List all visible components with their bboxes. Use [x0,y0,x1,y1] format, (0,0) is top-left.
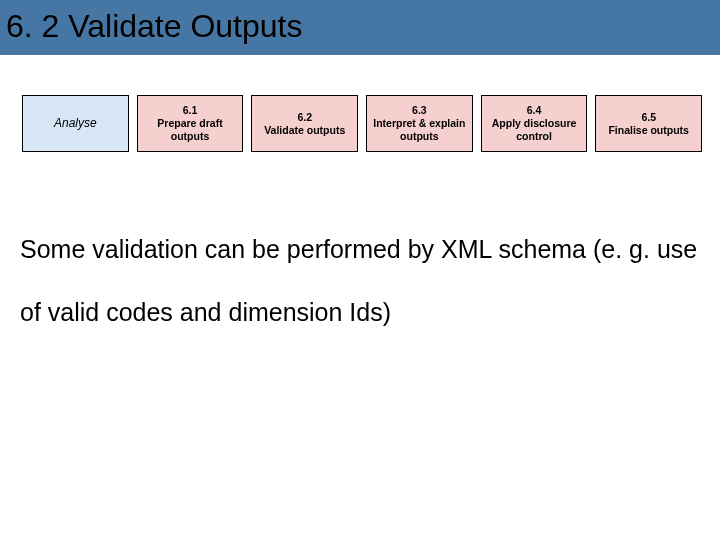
process-flow: Analyse 6.1 Prepare draft outputs 6.2 Va… [0,55,720,152]
flow-step-label: Interpret & explain outputs [371,117,468,143]
flow-box-step-4: 6.4 Apply disclosure control [481,95,588,152]
flow-step-number: 6.4 [486,104,583,117]
flow-step-label: Apply disclosure control [486,117,583,143]
flow-box-step-5: 6.5 Finalise outputs [595,95,702,152]
body-paragraph: Some validation can be performed by XML … [0,152,720,343]
flow-step-number: 6.3 [371,104,468,117]
flow-step-label: Prepare draft outputs [142,117,239,143]
flow-box-analyse: Analyse [22,95,129,152]
flow-step-number: 6.1 [142,104,239,117]
flow-label: Analyse [27,116,124,131]
flow-step-number: 6.5 [600,111,697,124]
flow-box-step-3: 6.3 Interpret & explain outputs [366,95,473,152]
page-title: 6. 2 Validate Outputs [0,0,720,55]
flow-step-number: 6.2 [256,111,353,124]
flow-box-step-1: 6.1 Prepare draft outputs [137,95,244,152]
flow-box-step-2: 6.2 Validate outputs [251,95,358,152]
flow-step-label: Finalise outputs [600,124,697,137]
flow-step-label: Validate outputs [256,124,353,137]
